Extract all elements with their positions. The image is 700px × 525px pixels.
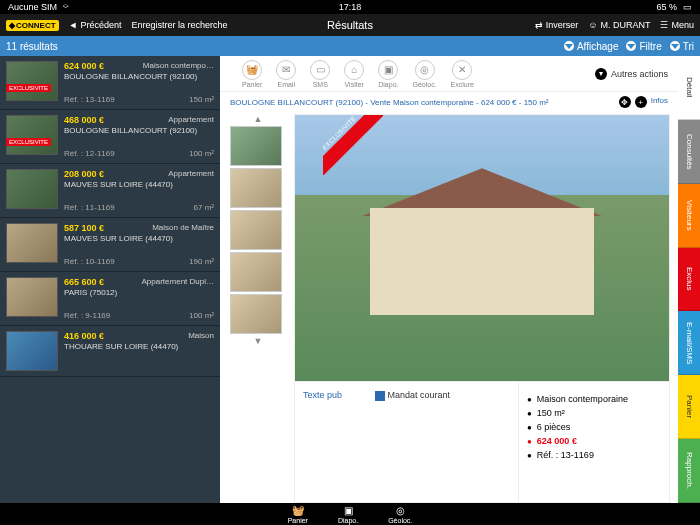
listing-area: 100 m²: [189, 149, 214, 158]
status-bar: Aucune SIM⌔ 17:18 65 %▭: [0, 0, 700, 14]
mandat-label: Mandat courant: [375, 390, 451, 400]
fact-rooms: 6 pièces: [527, 422, 661, 432]
back-button[interactable]: ◄ Précédent: [69, 20, 122, 30]
thumbnail-strip: ▲ ▼: [230, 114, 286, 503]
sms-icon: ▭: [310, 60, 330, 80]
listing-area: 150 m²: [189, 95, 214, 104]
bottom-geoloc[interactable]: ◎Géoloc.: [388, 505, 412, 524]
listing-type: Maison de Maître: [152, 223, 214, 232]
top-nav: CONNECT ◄ Précédent Enregistrer la reche…: [0, 14, 700, 36]
listing-area: 67 m²: [194, 203, 214, 212]
save-search-button[interactable]: Enregistrer la recherche: [132, 20, 228, 30]
side-tab[interactable]: Exclus: [678, 248, 700, 312]
listing-thumb: [6, 223, 58, 263]
email-button[interactable]: ✉Email: [276, 60, 296, 88]
battery-icon: ▭: [683, 2, 692, 12]
listing-thumb: [6, 331, 58, 371]
chevron-down-icon: ▾: [595, 68, 607, 80]
display-toggle[interactable]: Affichage: [564, 41, 619, 52]
pub-text-area: Texte pub Mandat courant: [295, 382, 519, 502]
battery-pct: 65 %: [656, 2, 677, 12]
listing-type: Maison: [188, 331, 214, 340]
app-logo[interactable]: CONNECT: [6, 20, 59, 31]
bottom-panier[interactable]: 🧺Panier: [288, 505, 308, 524]
slideshow-icon: ▣: [344, 505, 353, 516]
wifi-icon: ⌔: [63, 2, 68, 12]
menu-button[interactable]: ☰ Menu: [660, 20, 694, 30]
exclude-icon: ✕: [452, 60, 472, 80]
basket-icon: 🧺: [242, 60, 262, 80]
location-icon: ◎: [415, 60, 435, 80]
filter-bar: 11 résultats Affichage Filtre Tri: [0, 36, 700, 56]
exclusivite-badge: EXCLUSIVITE: [6, 138, 51, 146]
listing-type: Appartement Dupl…: [142, 277, 214, 286]
thumbnail[interactable]: [230, 294, 282, 334]
side-tab[interactable]: Visiteurs: [678, 184, 700, 248]
listing-area: 190 m²: [189, 257, 214, 266]
listing-location: BOULOGNE BILLANCOURT (92100): [64, 72, 214, 81]
listing-type: Appartement: [168, 115, 214, 124]
filter-toggle[interactable]: Filtre: [626, 41, 661, 52]
listing-item[interactable]: 416 000 €Maison THOUARE SUR LOIRE (44470…: [0, 326, 220, 377]
listing-type: Maison contempo…: [143, 61, 214, 70]
side-tab[interactable]: Détail: [678, 56, 700, 120]
panier-button[interactable]: 🧺Panier: [242, 60, 262, 88]
listing-price: 468 000 €: [64, 115, 104, 125]
results-list[interactable]: 624 000 €Maison contempo… BOULOGNE BILLA…: [0, 56, 220, 503]
listing-location: MAUVES SUR LOIRE (44470): [64, 234, 214, 243]
visit-icon: ⌂: [344, 60, 364, 80]
bottom-diapo[interactable]: ▣Diapo.: [338, 505, 358, 524]
thumb-down-button[interactable]: ▼: [230, 336, 286, 346]
bottom-bar: 🧺Panier ▣Diapo. ◎Géoloc.: [0, 503, 700, 525]
target-icon[interactable]: ✥: [619, 96, 631, 108]
fact-type: Maison contemporaine: [527, 394, 661, 404]
page-title: Résultats: [327, 19, 373, 31]
email-icon: ✉: [276, 60, 296, 80]
main-photo[interactable]: EXCLUSIVITE: [295, 115, 669, 381]
location-icon: ◎: [396, 505, 405, 516]
user-menu[interactable]: ☺ M. DURANT: [588, 20, 650, 30]
listing-area: 100 m²: [189, 311, 214, 320]
side-tab[interactable]: E-mail/SMS: [678, 311, 700, 375]
listing-location: PARIS (75012): [64, 288, 214, 297]
sim-status: Aucune SIM: [8, 2, 57, 12]
listing-item[interactable]: 624 000 €Maison contempo… BOULOGNE BILLA…: [0, 56, 220, 110]
detail-pane: 🧺Panier ✉Email ▭SMS ⌂Visiter ▣Diapo. ◎Gé…: [220, 56, 700, 503]
thumbnail[interactable]: [230, 168, 282, 208]
invert-button[interactable]: ⇄ Inverser: [535, 20, 579, 30]
listing-price: 208 000 €: [64, 169, 104, 179]
diapo-button[interactable]: ▣Diapo.: [378, 60, 398, 88]
action-bar: 🧺Panier ✉Email ▭SMS ⌂Visiter ▣Diapo. ◎Gé…: [220, 56, 678, 92]
thumb-up-button[interactable]: ▲: [230, 114, 286, 124]
listing-type: Appartement: [168, 169, 214, 178]
listing-price: 665 600 €: [64, 277, 104, 287]
infos-label: Infos: [651, 96, 668, 108]
exclure-button[interactable]: ✕Exclure: [451, 60, 474, 88]
detail-title: BOULOGNE BILLANCOURT (92100) - Vente Mai…: [230, 98, 549, 107]
thumbnail[interactable]: [230, 126, 282, 166]
listing-ref: Réf. : 12-1169: [64, 149, 115, 158]
listing-item[interactable]: 208 000 €Appartement MAUVES SUR LOIRE (4…: [0, 164, 220, 218]
plus-icon[interactable]: +: [635, 96, 647, 108]
side-tab[interactable]: Panier: [678, 375, 700, 439]
sms-button[interactable]: ▭SMS: [310, 60, 330, 88]
listing-price: 624 000 €: [64, 61, 104, 71]
basket-icon: 🧺: [292, 505, 304, 516]
side-tab[interactable]: Consultés: [678, 120, 700, 184]
other-actions-button[interactable]: ▾Autres actions: [595, 68, 668, 80]
pub-label: Texte pub: [303, 390, 342, 400]
listing-item[interactable]: 468 000 €Appartement BOULOGNE BILLANCOUR…: [0, 110, 220, 164]
listing-location: THOUARE SUR LOIRE (44470): [64, 342, 214, 351]
thumbnail[interactable]: [230, 210, 282, 250]
geoloc-button[interactable]: ◎Géoloc.: [412, 60, 436, 88]
thumbnail[interactable]: [230, 252, 282, 292]
visiter-button[interactable]: ⌂Visiter: [344, 60, 364, 88]
listing-item[interactable]: 587 100 €Maison de Maître MAUVES SUR LOI…: [0, 218, 220, 272]
fact-area: 150 m²: [527, 408, 661, 418]
listing-item[interactable]: 665 600 €Appartement Dupl… PARIS (75012)…: [0, 272, 220, 326]
sort-toggle[interactable]: Tri: [670, 41, 694, 52]
side-tabs: DétailConsultésVisiteursExclusE-mail/SMS…: [678, 56, 700, 503]
exclusivite-ribbon: EXCLUSIVITE: [323, 115, 383, 175]
listing-thumb: [6, 115, 58, 155]
side-tab[interactable]: Rapproch.: [678, 439, 700, 503]
